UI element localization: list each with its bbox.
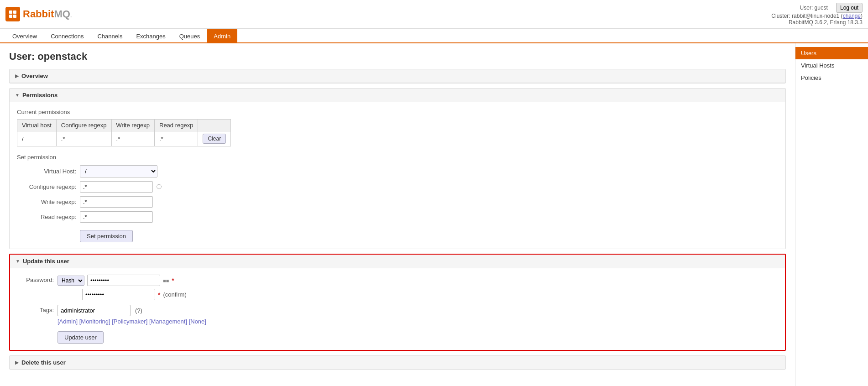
permissions-section-header[interactable]: ▼ Permissions: [10, 89, 785, 102]
td-write: .*: [111, 131, 154, 146]
set-permission-title: Set permission: [17, 154, 778, 161]
set-permission-row: Set permission: [17, 226, 778, 242]
password-label: Password:: [17, 275, 54, 283]
confirm-text-label: (confirm): [163, 291, 186, 298]
configure-row: Configure regexp: ⓘ: [17, 181, 778, 193]
tags-label: Tags:: [17, 305, 54, 313]
tag-policymaker[interactable]: [Policymaker]: [112, 318, 147, 325]
svg-rect-2: [9, 15, 12, 18]
configure-info-icon: ⓘ: [157, 183, 162, 190]
nav-exchanges[interactable]: Exchanges: [129, 29, 172, 43]
read-row: Read regexp:: [17, 211, 778, 223]
configure-input[interactable]: [80, 181, 153, 193]
nav-overview[interactable]: Overview: [5, 29, 44, 43]
password-row: Password: Hash Plain ■■ *: [17, 275, 778, 300]
permissions-section-content: Current permissions Virtual host Configu…: [10, 102, 785, 249]
password-type-select[interactable]: Hash Plain: [58, 276, 84, 286]
permissions-table: Virtual host Configure regexp Write rege…: [17, 119, 231, 146]
sidebar: Users Virtual Hosts Policies: [795, 43, 868, 386]
version-label: RabbitMQ 3.6.2, Erlang 18.3.3: [789, 19, 863, 26]
td-clear: Clear: [198, 131, 231, 146]
tags-group: (?) [Admin] [Monitoring] [Policymaker] […: [58, 305, 206, 325]
topbar: RabbitMQ. User: guest Log out Cluster: r…: [0, 0, 868, 29]
tags-input-row: (?): [58, 305, 206, 316]
set-permission-form: Set permission Virtual Host: / Configure…: [17, 154, 778, 242]
main-content: User: openstack ▶ Overview ▼ Permissions…: [0, 43, 795, 386]
svg-rect-1: [13, 10, 16, 14]
tag-management[interactable]: [Management]: [149, 318, 187, 325]
permissions-section: ▼ Permissions Current permissions Virtua…: [9, 88, 786, 249]
vhost-select[interactable]: /: [80, 165, 157, 177]
overview-section: ▶ Overview: [9, 69, 786, 83]
vhost-row: Virtual Host: /: [17, 165, 778, 177]
overview-section-title: Overview: [21, 73, 48, 79]
tag-none[interactable]: [None]: [189, 318, 206, 325]
update-user-section-title: Update this user: [23, 258, 69, 265]
cluster-label: Cluster: rabbit@linux-node1 (change): [771, 13, 863, 19]
sidebar-item-virtual-hosts[interactable]: Virtual Hosts: [795, 59, 868, 72]
update-user-section-header[interactable]: ▼ Update this user: [10, 255, 785, 268]
overview-section-header[interactable]: ▶ Overview: [10, 69, 785, 83]
td-configure: .*: [56, 131, 111, 146]
svg-rect-0: [9, 10, 12, 14]
current-permissions-label: Current permissions: [17, 109, 778, 115]
clear-permission-button[interactable]: Clear: [203, 134, 226, 144]
cluster-change-link[interactable]: change: [843, 13, 861, 19]
logout-button[interactable]: Log out: [836, 3, 863, 13]
delete-section-title: Delete this user: [21, 359, 66, 366]
page-title: User: openstack: [9, 51, 786, 63]
delete-user-section-header[interactable]: ▶ Delete this user: [10, 356, 785, 369]
update-user-button[interactable]: Update user: [58, 331, 104, 344]
top-right-info: User: guest Log out Cluster: rabbit@linu…: [771, 3, 863, 26]
th-vhost: Virtual host: [17, 120, 57, 131]
tags-help-icon[interactable]: (?): [135, 307, 142, 314]
logo-text: RabbitMQ.: [23, 8, 72, 20]
th-configure: Configure regexp: [56, 120, 111, 131]
write-input[interactable]: [80, 196, 153, 208]
permissions-collapse-icon: ▼: [15, 93, 20, 98]
tag-admin[interactable]: [Admin]: [58, 318, 78, 325]
logo: RabbitMQ.: [5, 7, 72, 21]
update-btn-row: Update user: [17, 329, 778, 344]
nav-connections[interactable]: Connections: [44, 29, 90, 43]
nav-admin[interactable]: Admin: [207, 29, 237, 43]
th-write: Write regexp: [111, 120, 154, 131]
update-user-section: ▼ Update this user Password: Hash Plain: [9, 254, 786, 351]
write-row: Write regexp:: [17, 196, 778, 208]
tags-options: [Admin] [Monitoring] [Policymaker] [Mana…: [58, 318, 206, 325]
vhost-label: Virtual Host:: [17, 168, 76, 175]
tags-input[interactable]: [58, 305, 131, 316]
td-read: .*: [155, 131, 198, 146]
update-user-section-content: Password: Hash Plain ■■ *: [10, 268, 785, 350]
password-input[interactable]: [87, 275, 160, 286]
sidebar-item-policies[interactable]: Policies: [795, 72, 868, 84]
overview-collapse-icon: ▶: [15, 73, 19, 78]
td-vhost: /: [17, 131, 57, 146]
logo-icon: [5, 7, 20, 21]
password-confirm-row: * (confirm): [58, 289, 187, 300]
password-confirm-input[interactable]: [82, 289, 155, 300]
set-permission-button[interactable]: Set permission: [80, 230, 133, 242]
main-nav: Overview Connections Channels Exchanges …: [0, 29, 868, 43]
read-input[interactable]: [80, 211, 153, 223]
tag-monitoring[interactable]: [Monitoring]: [79, 318, 110, 325]
delete-user-section: ▶ Delete this user: [9, 355, 786, 370]
th-actions: [198, 120, 231, 131]
password-group: Hash Plain ■■ * * (confirm): [58, 275, 187, 300]
th-read: Read regexp: [155, 120, 198, 131]
update-user-collapse-icon: ▼: [16, 259, 20, 264]
sidebar-item-users[interactable]: Users: [795, 47, 868, 59]
nav-channels[interactable]: Channels: [90, 29, 129, 43]
delete-collapse-icon: ▶: [15, 360, 19, 365]
permissions-section-title: Permissions: [22, 92, 58, 99]
configure-label: Configure regexp:: [17, 183, 76, 190]
read-label: Read regexp:: [17, 214, 76, 220]
password-required-star: *: [172, 277, 174, 284]
user-label: User: guest: [800, 5, 828, 11]
nav-queues[interactable]: Queues: [173, 29, 207, 43]
tags-row: Tags: (?) [Admin] [Monitoring] [Policyma…: [17, 305, 778, 325]
svg-rect-3: [13, 15, 16, 18]
password-icon: ■■: [163, 278, 169, 283]
password-input-row: Hash Plain ■■ *: [58, 275, 187, 286]
confirm-required-star: *: [158, 291, 160, 298]
